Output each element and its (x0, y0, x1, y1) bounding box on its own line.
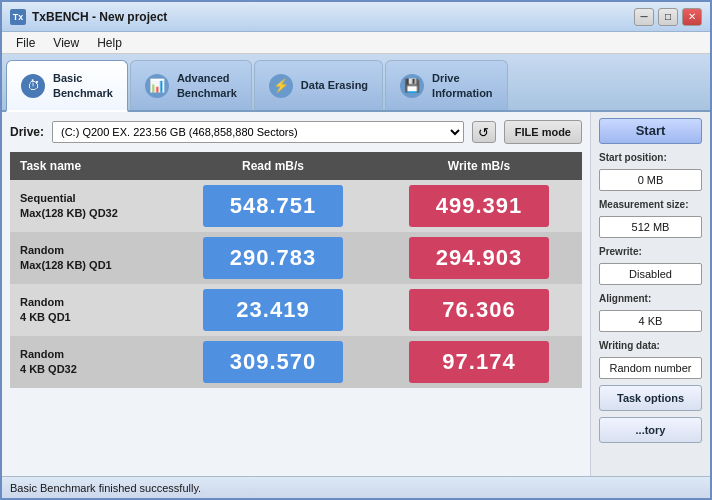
col-write: Write mB/s (376, 152, 582, 180)
title-bar-left: Tx TxBENCH - New project (10, 9, 167, 25)
tab-drive-line1: Drive (432, 71, 493, 85)
menu-file[interactable]: File (8, 34, 43, 52)
tab-drive-line2: Information (432, 86, 493, 100)
title-bar: Tx TxBENCH - New project ─ □ ✕ (2, 2, 710, 32)
write-value-3: 97.174 (409, 341, 549, 383)
table-row: Random4 KB QD1 23.419 76.306 (10, 284, 582, 336)
window-title: TxBENCH - New project (32, 10, 167, 24)
menu-help[interactable]: Help (89, 34, 130, 52)
table-row: SequentialMax(128 KB) QD32 548.751 499.3… (10, 180, 582, 232)
write-value-0: 499.391 (409, 185, 549, 227)
start-pos-value: 0 MB (599, 169, 702, 191)
tab-bar: ⏱ Basic Benchmark 📊 Advanced Benchmark ⚡… (2, 54, 710, 112)
write-value-1: 294.903 (409, 237, 549, 279)
alignment-label: Alignment: (599, 293, 702, 304)
read-cell-2: 23.419 (170, 284, 376, 336)
content-area: Drive: (C:) Q200 EX. 223.56 GB (468,858,… (2, 112, 590, 480)
menu-view[interactable]: View (45, 34, 87, 52)
tab-basic-benchmark[interactable]: ⏱ Basic Benchmark (6, 60, 128, 112)
drive-select[interactable]: (C:) Q200 EX. 223.56 GB (468,858,880 Sec… (52, 121, 464, 143)
write-value-2: 76.306 (409, 289, 549, 331)
drive-refresh-button[interactable]: ↺ (472, 121, 496, 143)
table-header-row: Task name Read mB/s Write mB/s (10, 152, 582, 180)
measure-size-value: 512 MB (599, 216, 702, 238)
read-value-3: 309.570 (203, 341, 343, 383)
prewrite-label: Prewrite: (599, 246, 702, 257)
writing-data-value: Random number (599, 357, 702, 379)
maximize-button[interactable]: □ (658, 8, 678, 26)
tab-advanced-line2: Benchmark (177, 86, 237, 100)
read-value-0: 548.751 (203, 185, 343, 227)
task-cell-1: RandomMax(128 KB) QD1 (10, 232, 170, 284)
drive-row: Drive: (C:) Q200 EX. 223.56 GB (468,858,… (10, 120, 582, 144)
prewrite-value: Disabled (599, 263, 702, 285)
sidebar: Start Start position: 0 MB Measurement s… (590, 112, 710, 480)
benchmark-table: Task name Read mB/s Write mB/s Sequentia… (10, 152, 582, 388)
file-mode-button[interactable]: FILE mode (504, 120, 582, 144)
advanced-benchmark-icon: 📊 (145, 74, 169, 98)
write-cell-0: 499.391 (376, 180, 582, 232)
close-button[interactable]: ✕ (682, 8, 702, 26)
drive-information-icon: 💾 (400, 74, 424, 98)
task-cell-2: Random4 KB QD1 (10, 284, 170, 336)
data-erasing-icon: ⚡ (269, 74, 293, 98)
app-window: Tx TxBENCH - New project ─ □ ✕ File View… (0, 0, 712, 500)
writing-data-label: Writing data: (599, 340, 702, 351)
tab-drive-information[interactable]: 💾 Drive Information (385, 60, 508, 110)
main-area: Drive: (C:) Q200 EX. 223.56 GB (468,858,… (2, 112, 710, 480)
task-cell-3: Random4 KB QD32 (10, 336, 170, 388)
tab-erasing-line1: Data Erasing (301, 78, 368, 92)
basic-benchmark-icon: ⏱ (21, 74, 45, 98)
table-row: Random4 KB QD32 309.570 97.174 (10, 336, 582, 388)
table-row: RandomMax(128 KB) QD1 290.783 294.903 (10, 232, 582, 284)
drive-label: Drive: (10, 125, 44, 139)
col-read: Read mB/s (170, 152, 376, 180)
status-message: Basic Benchmark finished successfully. (10, 482, 201, 494)
read-value-2: 23.419 (203, 289, 343, 331)
tab-advanced-benchmark[interactable]: 📊 Advanced Benchmark (130, 60, 252, 110)
task-options-button[interactable]: Task options (599, 385, 702, 411)
read-value-1: 290.783 (203, 237, 343, 279)
history-button[interactable]: ...tory (599, 417, 702, 443)
alignment-value: 4 KB (599, 310, 702, 332)
tab-advanced-line1: Advanced (177, 71, 237, 85)
read-cell-3: 309.570 (170, 336, 376, 388)
minimize-button[interactable]: ─ (634, 8, 654, 26)
start-button[interactable]: Start (599, 118, 702, 144)
write-cell-2: 76.306 (376, 284, 582, 336)
tab-basic-line2: Benchmark (53, 86, 113, 100)
start-pos-label: Start position: (599, 152, 702, 163)
window-controls: ─ □ ✕ (634, 8, 702, 26)
tab-basic-line1: Basic (53, 71, 113, 85)
write-cell-3: 97.174 (376, 336, 582, 388)
measure-size-label: Measurement size: (599, 199, 702, 210)
read-cell-1: 290.783 (170, 232, 376, 284)
read-cell-0: 548.751 (170, 180, 376, 232)
task-cell-0: SequentialMax(128 KB) QD32 (10, 180, 170, 232)
menu-bar: File View Help (2, 32, 710, 54)
write-cell-1: 294.903 (376, 232, 582, 284)
col-task-name: Task name (10, 152, 170, 180)
tab-data-erasing[interactable]: ⚡ Data Erasing (254, 60, 383, 110)
status-bar: Basic Benchmark finished successfully. (2, 476, 710, 498)
app-icon: Tx (10, 9, 26, 25)
